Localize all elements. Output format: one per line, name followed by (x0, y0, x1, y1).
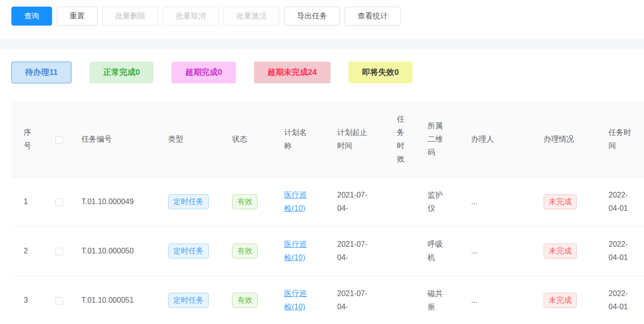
row-index: 1 (12, 177, 51, 226)
status-tag: 有效 (232, 243, 258, 259)
task-ttl (392, 177, 423, 226)
plan-name-link[interactable]: 医疗巡检(10) (284, 287, 312, 314)
col-index: 序号 (12, 102, 51, 177)
row-checkbox[interactable] (55, 297, 63, 305)
section-divider-strip (0, 39, 644, 49)
handle-status-tag: 未完成 (544, 243, 577, 259)
task-ttl (392, 226, 423, 276)
batch-cancel-button: 批量取消 (163, 7, 219, 26)
tab-completed-normal[interactable]: 正常完成0 (89, 62, 153, 83)
task-time: 2022-04-01 (608, 287, 633, 314)
type-tag: 定时任务 (168, 194, 209, 209)
col-task-ttl: 任务时效 (392, 102, 423, 177)
col-handle-status: 办理情况 (539, 102, 604, 177)
task-time: 2022-04-01 (608, 189, 633, 215)
tab-pending[interactable]: 待办理11 (11, 62, 72, 83)
table-row: 3 T.01.10.000051 定时任务 有效 医疗巡检(10) 2021-0… (12, 276, 644, 324)
row-index: 3 (12, 276, 51, 324)
task-time: 2022-04-01 (608, 238, 633, 264)
col-qrcode: 所属二维码 (423, 102, 466, 177)
type-tag: 定时任务 (168, 293, 209, 308)
status-tabs: 待办理11正常完成0超期完成0超期未完成24即将失效0 (0, 62, 644, 83)
plan-name-link[interactable]: 医疗巡检(10) (284, 238, 312, 264)
task-ttl (392, 276, 423, 324)
row-checkbox[interactable] (55, 198, 63, 206)
col-status: 状态 (227, 102, 279, 177)
plan-name-link[interactable]: 医疗巡检(10) (284, 189, 312, 215)
plan-period: 2021-07-04- (337, 189, 373, 215)
tab-overdue-incomplete[interactable]: 超期未完成24 (254, 62, 331, 83)
toolbar: 查询重置批量删除批量取消批量激活导出任务查看统计 (0, 0, 644, 26)
table-header: 序号 任务编号 类型 状态 计划名称 计划起止时间 任务时效 所属二维码 办理人… (12, 102, 644, 177)
task-number: T.01.10.000049 (77, 177, 163, 226)
col-task-time: 任务时间 (604, 102, 644, 177)
col-plan-period: 计划起止时间 (332, 102, 392, 177)
tab-completed-overdue[interactable]: 超期完成0 (171, 62, 235, 83)
col-type: 类型 (163, 102, 227, 177)
tasks-table: 序号 任务编号 类型 状态 计划名称 计划起止时间 任务时效 所属二维码 办理人… (12, 102, 644, 324)
row-index: 2 (12, 226, 51, 276)
export-tasks-button[interactable]: 导出任务 (284, 7, 340, 26)
batch-delete-button: 批量删除 (102, 7, 158, 26)
row-checkbox[interactable] (55, 248, 63, 255)
reset-button[interactable]: 重置 (57, 7, 98, 26)
handler: ... (466, 276, 539, 324)
col-handler: 办理人 (466, 102, 539, 177)
qrcode-name: 呼吸机 (428, 238, 445, 264)
col-task-number: 任务编号 (77, 102, 163, 177)
col-select (51, 102, 77, 177)
handler: ... (466, 177, 539, 226)
handler: ... (466, 226, 539, 276)
batch-activate-button: 批量激活 (224, 7, 279, 26)
status-tag: 有效 (232, 194, 258, 209)
task-number: T.01.10.000051 (77, 276, 163, 324)
qrcode-name: 磁共振 (428, 287, 445, 314)
plan-period: 2021-07-04- (337, 287, 373, 314)
query-button[interactable]: 查询 (11, 7, 52, 26)
view-stats-button[interactable]: 查看统计 (345, 7, 401, 26)
status-tag: 有效 (232, 293, 258, 308)
qrcode-name: 监护仪 (428, 189, 445, 215)
select-all-checkbox[interactable] (55, 136, 63, 144)
handle-status-tag: 未完成 (544, 194, 577, 209)
task-number: T.01.10.000050 (77, 226, 163, 276)
table-row: 1 T.01.10.000049 定时任务 有效 医疗巡检(10) 2021-0… (12, 177, 644, 226)
col-plan-name: 计划名称 (279, 102, 332, 177)
plan-period: 2021-07-04- (337, 238, 373, 264)
type-tag: 定时任务 (168, 243, 209, 259)
tab-expiring-soon[interactable]: 即将失效0 (349, 62, 412, 83)
handle-status-tag: 未完成 (544, 293, 577, 308)
table-row: 2 T.01.10.000050 定时任务 有效 医疗巡检(10) 2021-0… (12, 226, 644, 276)
